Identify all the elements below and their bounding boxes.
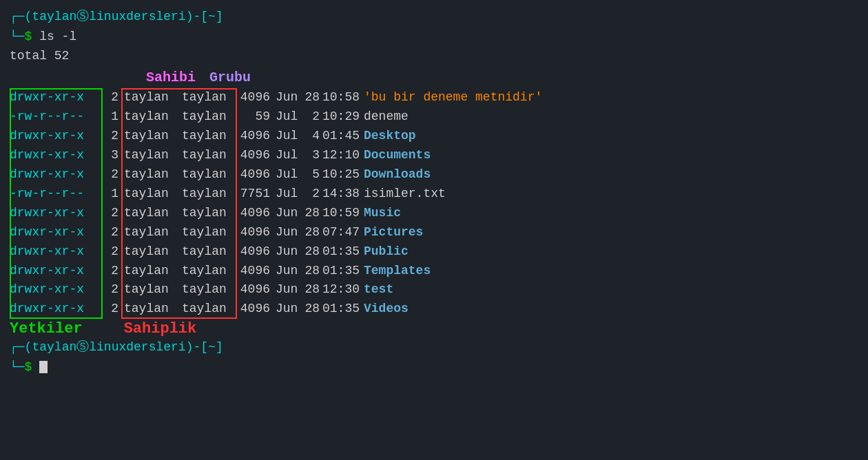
grubu-label: Grubu <box>209 67 262 88</box>
time-9: 01:35 <box>322 262 358 281</box>
owner-4: taylan <box>124 165 179 185</box>
bottom-prompt-open: ( <box>25 337 32 357</box>
prompt-dash2: -[ <box>193 7 208 27</box>
bottom-at-symbol: Ⓢ <box>76 337 89 357</box>
bottom-prompt-bracket: -[ <box>193 337 208 357</box>
name-4: Downloads <box>364 165 431 185</box>
time-5: 14:38 <box>322 185 358 204</box>
month-0: Jun <box>276 88 300 107</box>
total-line: total 52 <box>10 47 858 66</box>
size-7: 4096 <box>234 223 270 242</box>
day-5: 2 <box>303 185 320 204</box>
month-5: Jul <box>276 185 300 204</box>
ls-row: -rw-r--r-- 1 taylan taylan 59 Jul 2 10:2… <box>10 107 858 127</box>
time-11: 01:35 <box>322 300 358 319</box>
month-11: Jun <box>276 300 300 319</box>
terminal-cursor <box>39 361 48 373</box>
owner-8: taylan <box>124 242 179 262</box>
links-3: 3 <box>99 146 118 165</box>
prompt-at-symbol: Ⓢ <box>76 7 89 27</box>
size-8: 4096 <box>234 242 270 262</box>
yetkiler-label: Yetkiler <box>10 320 83 337</box>
name-5: isimler.txt <box>364 185 446 204</box>
links-9: 2 <box>99 262 118 281</box>
name-1: deneme <box>364 107 409 127</box>
size-5: 7751 <box>234 185 270 204</box>
ls-row: drwxr-xr-x 2 taylan taylan 4096 Jun 28 1… <box>10 280 858 300</box>
day-10: 28 <box>303 280 320 300</box>
month-10: Jun <box>276 280 300 300</box>
prompt-close-paren: ) <box>186 7 194 27</box>
column-headers: Sahibi Grubu <box>10 67 858 88</box>
bottom-prompt-tilde: ~ <box>208 337 216 357</box>
links-1: 1 <box>99 107 118 127</box>
group-6: taylan <box>182 204 231 223</box>
owner-1: taylan <box>124 107 179 127</box>
time-4: 10:25 <box>322 165 358 185</box>
month-6: Jun <box>276 204 300 223</box>
time-3: 12:10 <box>322 146 358 165</box>
command-line: └─ $ ls -l <box>10 27 858 47</box>
size-9: 4096 <box>234 262 270 281</box>
bottom-prompt-user: taylan <box>32 337 76 357</box>
bottom-prompt-close: ) <box>186 337 194 357</box>
links-6: 2 <box>99 204 118 223</box>
month-1: Jul <box>276 107 300 127</box>
links-5: 1 <box>99 185 118 204</box>
ls-command: ls -l <box>39 27 76 47</box>
prompt-open-paren: ( <box>25 7 32 27</box>
group-2: taylan <box>182 127 231 146</box>
owner-3: taylan <box>124 146 179 165</box>
prompt-dash1: ┌─ <box>10 7 25 27</box>
links-8: 2 <box>99 242 118 262</box>
group-9: taylan <box>182 262 231 281</box>
sahiplik-label: Sahiplik <box>124 320 197 337</box>
group-0: taylan <box>182 88 231 107</box>
group-4: taylan <box>182 165 231 185</box>
group-11: taylan <box>182 300 231 319</box>
size-11: 4096 <box>234 300 270 319</box>
name-10: test <box>364 280 393 300</box>
day-8: 28 <box>303 242 320 262</box>
ls-row: drwxr-xr-x 2 taylan taylan 4096 Jul 4 01… <box>10 127 858 146</box>
size-0: 4096 <box>234 88 270 107</box>
prompt-user: taylan <box>32 7 76 27</box>
owner-11: taylan <box>124 300 179 319</box>
top-prompt: ┌─ ( taylan Ⓢ linuxdersleri ) -[ ~ ] <box>10 7 858 27</box>
day-3: 3 <box>303 146 320 165</box>
perms-9: drwxr-xr-x <box>10 262 99 281</box>
time-2: 01:45 <box>322 127 358 146</box>
time-8: 01:35 <box>322 242 358 262</box>
bottom-prompt-end: ] <box>216 337 223 357</box>
month-8: Jun <box>276 242 300 262</box>
links-7: 2 <box>99 223 118 242</box>
day-2: 4 <box>303 127 320 146</box>
group-3: taylan <box>182 146 231 165</box>
terminal-window: ┌─ ( taylan Ⓢ linuxdersleri ) -[ ~ ] └─ … <box>10 7 858 377</box>
bottom-labels-row: Yetkiler Sahiplik <box>10 320 858 337</box>
day-11: 28 <box>303 300 320 319</box>
size-6: 4096 <box>234 204 270 223</box>
ls-row: drwxr-xr-x 2 taylan taylan 4096 Jun 28 1… <box>10 88 858 107</box>
name-11: Videos <box>364 300 409 319</box>
time-7: 07:47 <box>322 223 358 242</box>
bottom-prompt-host: linuxdersleri <box>89 337 185 357</box>
time-1: 10:29 <box>322 107 358 127</box>
bottom-dollar: $ <box>25 357 40 377</box>
perms-6: drwxr-xr-x <box>10 204 99 223</box>
ls-row: drwxr-xr-x 2 taylan taylan 4096 Jun 28 0… <box>10 262 858 281</box>
month-4: Jul <box>276 165 300 185</box>
prompt-corner: └─ <box>10 27 25 47</box>
name-8: Public <box>364 242 409 262</box>
perms-1: -rw-r--r-- <box>10 107 99 127</box>
day-0: 28 <box>303 88 320 107</box>
name-3: Documents <box>364 146 431 165</box>
perms-4: drwxr-xr-x <box>10 165 99 185</box>
group-10: taylan <box>182 280 231 300</box>
group-1: taylan <box>182 107 231 127</box>
owner-5: taylan <box>124 185 179 204</box>
bottom-prompt-line: ┌─ ( taylan Ⓢ linuxdersleri ) -[ ~ ] <box>10 337 858 357</box>
day-9: 28 <box>303 262 320 281</box>
ls-row: drwxr-xr-x 2 taylan taylan 4096 Jun 28 0… <box>10 300 858 319</box>
size-2: 4096 <box>234 127 270 146</box>
